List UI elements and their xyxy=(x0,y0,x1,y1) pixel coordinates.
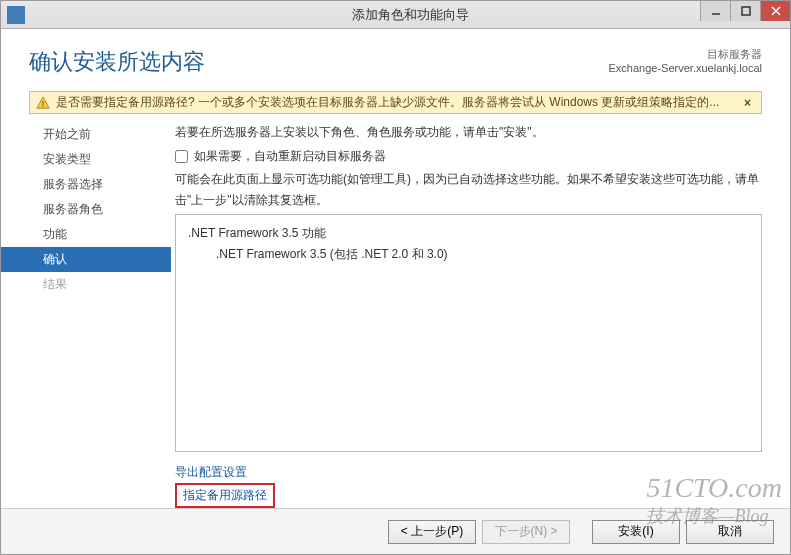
instruction-text-2: 可能会在此页面上显示可选功能(如管理工具)，因为已自动选择这些功能。如果不希望安… xyxy=(175,169,762,210)
page-title: 确认安装所选内容 xyxy=(29,47,609,77)
export-config-link[interactable]: 导出配置设置 xyxy=(175,465,247,479)
warning-close-icon[interactable]: × xyxy=(740,96,755,110)
next-button: 下一步(N) > xyxy=(482,520,570,544)
warning-banner[interactable]: ! 是否需要指定备用源路径? 一个或多个安装选项在目标服务器上缺少源文件。服务器… xyxy=(29,91,762,114)
auto-restart-checkbox[interactable] xyxy=(175,150,188,163)
step-features[interactable]: 功能 xyxy=(35,222,171,247)
wizard-steps: 开始之前 安装类型 服务器选择 服务器角色 功能 确认 结果 xyxy=(1,120,171,508)
feature-item-parent: .NET Framework 3.5 功能 xyxy=(188,225,749,242)
warning-icon: ! xyxy=(36,96,50,110)
alternate-source-path-link[interactable]: 指定备用源路径 xyxy=(183,488,267,502)
wizard-header: 确认安装所选内容 目标服务器 Exchange-Server.xuelankj.… xyxy=(1,29,790,87)
step-before-you-begin[interactable]: 开始之前 xyxy=(35,122,171,147)
step-installation-type[interactable]: 安装类型 xyxy=(35,147,171,172)
step-server-selection[interactable]: 服务器选择 xyxy=(35,172,171,197)
feature-item-child: .NET Framework 3.5 (包括 .NET 2.0 和 3.0) xyxy=(188,246,749,263)
auto-restart-label: 如果需要，自动重新启动目标服务器 xyxy=(194,148,386,165)
features-list-box: .NET Framework 3.5 功能 .NET Framework 3.5… xyxy=(175,214,762,452)
cancel-button[interactable]: 取消 xyxy=(686,520,774,544)
content-pane: 若要在所选服务器上安装以下角色、角色服务或功能，请单击"安装"。 如果需要，自动… xyxy=(171,120,782,508)
svg-text:!: ! xyxy=(42,98,44,108)
wizard-footer: < 上一步(P) 下一步(N) > 安装(I) 取消 xyxy=(1,508,790,554)
window-title: 添加角色和功能向导 xyxy=(31,6,790,24)
svg-rect-1 xyxy=(742,7,750,15)
install-button[interactable]: 安装(I) xyxy=(592,520,680,544)
minimize-button[interactable] xyxy=(700,1,730,21)
step-confirmation[interactable]: 确认 xyxy=(1,247,171,272)
destination-server: 目标服务器 Exchange-Server.xuelankj.local xyxy=(609,47,762,74)
warning-text: 是否需要指定备用源路径? 一个或多个安装选项在目标服务器上缺少源文件。服务器将尝… xyxy=(56,94,734,111)
previous-button[interactable]: < 上一步(P) xyxy=(388,520,476,544)
instruction-text-1: 若要在所选服务器上安装以下角色、角色服务或功能，请单击"安装"。 xyxy=(175,122,762,142)
close-button[interactable] xyxy=(760,1,790,21)
alt-source-link-highlight: 指定备用源路径 xyxy=(175,483,275,508)
destination-value: Exchange-Server.xuelankj.local xyxy=(609,62,762,74)
maximize-button[interactable] xyxy=(730,1,760,21)
destination-label: 目标服务器 xyxy=(609,47,762,62)
export-config-link-row: 导出配置设置 xyxy=(175,464,762,481)
step-server-roles[interactable]: 服务器角色 xyxy=(35,197,171,222)
title-bar: 添加角色和功能向导 xyxy=(1,1,790,29)
app-icon xyxy=(7,6,25,24)
step-results: 结果 xyxy=(35,272,171,297)
